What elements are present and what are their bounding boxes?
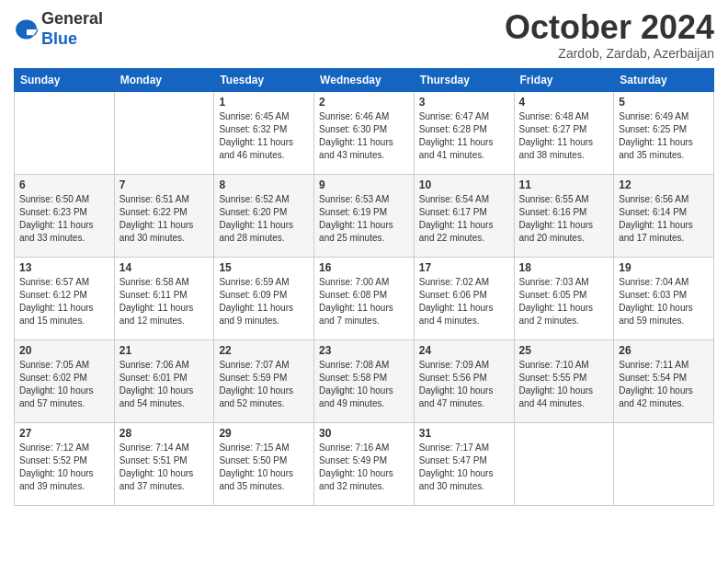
- calendar-cell: 11Sunrise: 6:55 AM Sunset: 6:16 PM Dayli…: [514, 174, 614, 257]
- calendar-cell: 4Sunrise: 6:48 AM Sunset: 6:27 PM Daylig…: [514, 91, 614, 174]
- day-number: 21: [119, 344, 210, 357]
- calendar-cell: 16Sunrise: 7:00 AM Sunset: 6:08 PM Dayli…: [314, 257, 415, 339]
- calendar-cell: 19Sunrise: 7:04 AM Sunset: 6:03 PM Dayli…: [614, 257, 714, 339]
- calendar-cell: 25Sunrise: 7:10 AM Sunset: 5:55 PM Dayli…: [514, 339, 614, 422]
- calendar-cell: 23Sunrise: 7:08 AM Sunset: 5:58 PM Dayli…: [314, 339, 415, 422]
- cell-content: Sunrise: 7:14 AM Sunset: 5:51 PM Dayligh…: [119, 442, 210, 493]
- calendar-cell: 29Sunrise: 7:15 AM Sunset: 5:50 PM Dayli…: [214, 422, 314, 505]
- day-number: 5: [619, 96, 709, 109]
- cell-content: Sunrise: 7:16 AM Sunset: 5:49 PM Dayligh…: [319, 442, 409, 493]
- day-number: 11: [519, 178, 609, 191]
- day-number: 26: [619, 344, 709, 357]
- day-number: 28: [119, 427, 210, 440]
- cell-content: Sunrise: 6:56 AM Sunset: 6:14 PM Dayligh…: [619, 193, 709, 245]
- calendar-table: SundayMondayTuesdayWednesdayThursdayFrid…: [14, 68, 714, 506]
- cell-content: Sunrise: 6:59 AM Sunset: 6:09 PM Dayligh…: [219, 276, 309, 327]
- cell-content: Sunrise: 6:47 AM Sunset: 6:28 PM Dayligh…: [419, 110, 509, 162]
- calendar-cell: 3Sunrise: 6:47 AM Sunset: 6:28 PM Daylig…: [414, 91, 514, 174]
- day-number: 1: [219, 96, 309, 109]
- logo-icon: [14, 17, 40, 42]
- calendar-cell: 6Sunrise: 6:50 AM Sunset: 6:23 PM Daylig…: [15, 174, 115, 257]
- calendar-cell: [514, 422, 614, 505]
- day-number: 10: [419, 178, 509, 191]
- cell-content: Sunrise: 7:06 AM Sunset: 6:01 PM Dayligh…: [119, 359, 210, 410]
- cell-content: Sunrise: 7:07 AM Sunset: 5:59 PM Dayligh…: [219, 359, 309, 410]
- cell-content: Sunrise: 7:05 AM Sunset: 6:02 PM Dayligh…: [19, 359, 109, 410]
- cell-content: Sunrise: 7:10 AM Sunset: 5:55 PM Dayligh…: [519, 359, 609, 410]
- calendar-cell: [114, 91, 214, 174]
- cell-content: Sunrise: 7:08 AM Sunset: 5:58 PM Dayligh…: [319, 359, 409, 410]
- calendar-cell: 13Sunrise: 6:57 AM Sunset: 6:12 PM Dayli…: [15, 257, 115, 339]
- calendar-cell: 26Sunrise: 7:11 AM Sunset: 5:54 PM Dayli…: [614, 339, 714, 422]
- cell-content: Sunrise: 6:48 AM Sunset: 6:27 PM Dayligh…: [519, 110, 609, 162]
- calendar-cell: 7Sunrise: 6:51 AM Sunset: 6:22 PM Daylig…: [114, 174, 214, 257]
- calendar-cell: 10Sunrise: 6:54 AM Sunset: 6:17 PM Dayli…: [414, 174, 514, 257]
- day-number: 30: [319, 427, 409, 440]
- cell-content: Sunrise: 7:11 AM Sunset: 5:54 PM Dayligh…: [619, 359, 709, 410]
- day-number: 12: [619, 178, 709, 191]
- day-number: 17: [419, 261, 509, 274]
- weekday-header: Tuesday: [214, 68, 314, 91]
- calendar-cell: 15Sunrise: 6:59 AM Sunset: 6:09 PM Dayli…: [214, 257, 314, 339]
- logo-general: General: [41, 9, 103, 29]
- calendar-cell: 17Sunrise: 7:02 AM Sunset: 6:06 PM Dayli…: [414, 257, 514, 339]
- cell-content: Sunrise: 7:03 AM Sunset: 6:05 PM Dayligh…: [519, 276, 609, 327]
- cell-content: Sunrise: 7:12 AM Sunset: 5:52 PM Dayligh…: [19, 442, 109, 493]
- logo: General Blue: [14, 9, 103, 49]
- weekday-header: Friday: [514, 68, 614, 91]
- calendar-week-row: 1Sunrise: 6:45 AM Sunset: 6:32 PM Daylig…: [15, 91, 714, 174]
- day-number: 9: [319, 178, 409, 191]
- cell-content: Sunrise: 6:53 AM Sunset: 6:19 PM Dayligh…: [319, 193, 409, 245]
- calendar-cell: 14Sunrise: 6:58 AM Sunset: 6:11 PM Dayli…: [114, 257, 214, 339]
- day-number: 16: [319, 261, 409, 274]
- calendar-cell: 22Sunrise: 7:07 AM Sunset: 5:59 PM Dayli…: [214, 339, 314, 422]
- cell-content: Sunrise: 6:49 AM Sunset: 6:25 PM Dayligh…: [619, 110, 709, 162]
- day-number: 7: [119, 178, 210, 191]
- cell-content: Sunrise: 7:17 AM Sunset: 5:47 PM Dayligh…: [419, 442, 509, 493]
- day-number: 3: [419, 96, 509, 109]
- calendar-week-row: 20Sunrise: 7:05 AM Sunset: 6:02 PM Dayli…: [15, 339, 714, 422]
- cell-content: Sunrise: 7:15 AM Sunset: 5:50 PM Dayligh…: [219, 442, 309, 493]
- calendar-cell: 31Sunrise: 7:17 AM Sunset: 5:47 PM Dayli…: [414, 422, 514, 505]
- day-number: 15: [219, 261, 309, 274]
- weekday-header: Monday: [114, 68, 214, 91]
- calendar-cell: 30Sunrise: 7:16 AM Sunset: 5:49 PM Dayli…: [314, 422, 415, 505]
- weekday-header: Sunday: [15, 68, 115, 91]
- calendar-cell: 27Sunrise: 7:12 AM Sunset: 5:52 PM Dayli…: [15, 422, 115, 505]
- calendar-week-row: 27Sunrise: 7:12 AM Sunset: 5:52 PM Dayli…: [15, 422, 714, 505]
- calendar-cell: 1Sunrise: 6:45 AM Sunset: 6:32 PM Daylig…: [214, 91, 314, 174]
- cell-content: Sunrise: 7:04 AM Sunset: 6:03 PM Dayligh…: [619, 276, 709, 327]
- day-number: 19: [619, 261, 709, 274]
- day-number: 2: [319, 96, 409, 109]
- cell-content: Sunrise: 7:09 AM Sunset: 5:56 PM Dayligh…: [419, 359, 509, 410]
- day-number: 6: [19, 178, 109, 191]
- calendar-cell: 8Sunrise: 6:52 AM Sunset: 6:20 PM Daylig…: [214, 174, 314, 257]
- day-number: 27: [19, 427, 109, 440]
- calendar-cell: 12Sunrise: 6:56 AM Sunset: 6:14 PM Dayli…: [614, 174, 714, 257]
- cell-content: Sunrise: 6:57 AM Sunset: 6:12 PM Dayligh…: [19, 276, 109, 327]
- cell-content: Sunrise: 6:51 AM Sunset: 6:22 PM Dayligh…: [119, 193, 210, 245]
- page-header: General Blue October 2024 Zardob, Zardab…: [14, 9, 714, 61]
- cell-content: Sunrise: 6:52 AM Sunset: 6:20 PM Dayligh…: [219, 193, 309, 245]
- cell-content: Sunrise: 6:50 AM Sunset: 6:23 PM Dayligh…: [19, 193, 109, 245]
- cell-content: Sunrise: 7:02 AM Sunset: 6:06 PM Dayligh…: [419, 276, 509, 327]
- weekday-header: Thursday: [414, 68, 514, 91]
- weekday-header: Saturday: [614, 68, 714, 91]
- day-number: 22: [219, 344, 309, 357]
- logo-text: General Blue: [41, 9, 103, 49]
- title-block: October 2024 Zardob, Zardab, Azerbaijan: [505, 9, 714, 61]
- day-number: 13: [19, 261, 109, 274]
- calendar-cell: 2Sunrise: 6:46 AM Sunset: 6:30 PM Daylig…: [314, 91, 415, 174]
- day-number: 29: [219, 427, 309, 440]
- calendar-cell: 20Sunrise: 7:05 AM Sunset: 6:02 PM Dayli…: [15, 339, 115, 422]
- day-number: 8: [219, 178, 309, 191]
- day-number: 25: [519, 344, 609, 357]
- day-number: 18: [519, 261, 609, 274]
- calendar-cell: 9Sunrise: 6:53 AM Sunset: 6:19 PM Daylig…: [314, 174, 415, 257]
- day-number: 4: [519, 96, 609, 109]
- calendar-cell: 28Sunrise: 7:14 AM Sunset: 5:51 PM Dayli…: [114, 422, 214, 505]
- calendar-cell: 18Sunrise: 7:03 AM Sunset: 6:05 PM Dayli…: [514, 257, 614, 339]
- cell-content: Sunrise: 6:46 AM Sunset: 6:30 PM Dayligh…: [319, 110, 409, 162]
- calendar-week-row: 13Sunrise: 6:57 AM Sunset: 6:12 PM Dayli…: [15, 257, 714, 339]
- day-number: 20: [19, 344, 109, 357]
